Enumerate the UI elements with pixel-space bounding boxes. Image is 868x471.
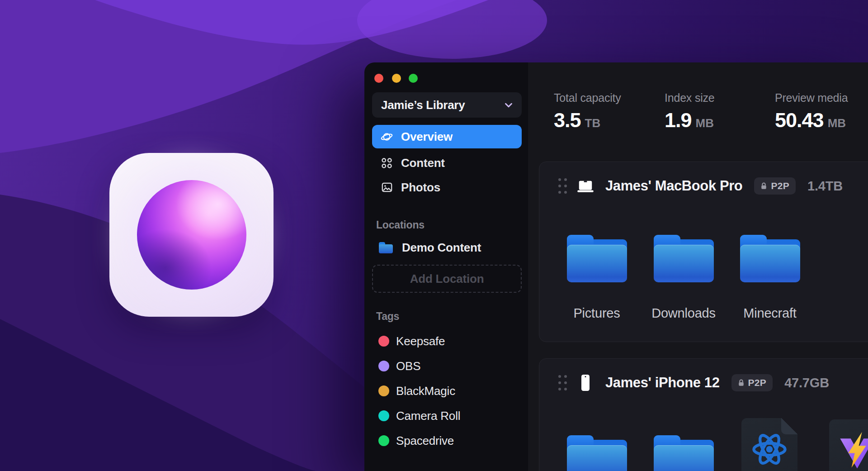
library-name: Jamie’s Library: [381, 98, 503, 112]
vite-logo-icon: [838, 431, 868, 470]
folder-icon: [379, 242, 393, 253]
tag-label: OBS: [396, 359, 420, 373]
p2p-badge: P2P: [731, 374, 773, 391]
sidebar-item-content[interactable]: Content: [372, 151, 522, 175]
folder-icon[interactable]: [654, 435, 714, 471]
react-file-icon[interactable]: [741, 418, 797, 471]
stat-unit: TB: [585, 116, 601, 130]
zoom-button[interactable]: [409, 74, 418, 83]
device-capacity: 1.4TB: [807, 179, 843, 194]
sidebar-item-photos[interactable]: Photos: [372, 176, 522, 199]
folder-label: Pictures: [552, 306, 642, 321]
folder-icon[interactable]: [567, 235, 627, 282]
sidebar-tag-keepsafe[interactable]: Keepsafe: [364, 330, 528, 352]
lock-icon: [738, 379, 745, 387]
drag-handle-icon[interactable]: [558, 178, 567, 194]
tags-header: Tags: [376, 310, 399, 323]
sidebar: Jamie’s Library Overview: [364, 62, 528, 471]
lock-icon: [760, 182, 767, 190]
locations-header: Locations: [376, 219, 425, 231]
sidebar-tag-blackmagic[interactable]: BlackMagic: [364, 380, 528, 402]
folder-label: Downloads: [638, 306, 729, 321]
stat-unit: MB: [828, 116, 846, 130]
sidebar-item-label: Overview: [401, 130, 453, 144]
tag-color-dot: [378, 361, 389, 371]
tag-label: BlackMagic: [396, 384, 455, 398]
p2p-badge-label: P2P: [771, 181, 789, 191]
p2p-badge: P2P: [754, 177, 796, 195]
tag-label: Camera Roll: [396, 409, 460, 423]
device-name: James' iPhone 12: [605, 375, 720, 391]
laptop-icon: [576, 176, 594, 196]
minimize-button[interactable]: [392, 74, 401, 83]
folder-label: Minecraft: [725, 306, 815, 321]
drag-handle-icon[interactable]: [558, 375, 567, 390]
tag-label: Keepsafe: [396, 334, 445, 348]
desktop: Jamie’s Library Overview: [0, 0, 868, 471]
library-selector[interactable]: Jamie’s Library: [372, 92, 522, 118]
device-card-header: James' iPhone 12 P2P 47.7GB: [539, 359, 868, 407]
tag-color-dot: [378, 336, 389, 347]
stat-unit: MB: [696, 116, 714, 130]
grid-circles-icon: [381, 157, 393, 169]
close-button[interactable]: [374, 74, 383, 83]
planet-icon: [381, 131, 393, 143]
sidebar-location-demo-content[interactable]: Demo Content: [372, 236, 522, 259]
stat-preview-media: Preview media 50.43 MB: [775, 91, 848, 130]
tag-color-dot: [378, 435, 389, 446]
folder-icon[interactable]: [654, 235, 714, 282]
add-location-button[interactable]: Add Location: [372, 265, 522, 293]
stat-value: 1.9: [665, 110, 692, 130]
device-card-iphone: James' iPhone 12 P2P 47.7GB: [539, 358, 868, 471]
phone-icon: [576, 373, 594, 393]
stat-value: 3.5: [554, 110, 581, 130]
stat-label: Total capacity: [554, 91, 621, 105]
sidebar-tag-spacedrive[interactable]: Spacedrive: [364, 429, 528, 452]
sidebar-item-label: Content: [401, 156, 445, 170]
folder-icon[interactable]: [567, 435, 627, 471]
device-card-macbook: James' MacBook Pro P2P 1.4TB: [539, 162, 868, 342]
react-logo-icon: [750, 431, 788, 468]
tag-label: Spacedrive: [396, 434, 454, 448]
sidebar-tag-obs[interactable]: OBS: [364, 355, 528, 377]
spacedrive-sphere-logo: [137, 180, 246, 290]
stat-total-capacity: Total capacity 3.5 TB: [554, 91, 621, 130]
chevron-down-icon: [503, 99, 514, 111]
stat-index-size: Index size 1.9 MB: [665, 91, 715, 130]
device-card-header: James' MacBook Pro P2P 1.4TB: [539, 162, 868, 210]
device-name: James' MacBook Pro: [605, 178, 742, 194]
tag-color-dot: [378, 410, 389, 421]
folder-icon[interactable]: [740, 235, 800, 282]
p2p-badge-label: P2P: [748, 377, 767, 388]
main-content: Total capacity 3.5 TB Index size 1.9 MB …: [528, 62, 868, 471]
sidebar-item-overview[interactable]: Overview: [372, 125, 522, 148]
spacedrive-window: Jamie’s Library Overview: [364, 62, 868, 471]
stat-value: 50.43: [775, 110, 824, 130]
stat-label: Index size: [665, 91, 715, 105]
device-capacity: 47.7GB: [784, 376, 829, 390]
spacedrive-app-icon[interactable]: [109, 153, 274, 317]
location-label: Demo Content: [402, 241, 481, 255]
sidebar-tag-camera-roll[interactable]: Camera Roll: [364, 404, 528, 427]
sidebar-item-label: Photos: [401, 181, 440, 195]
image-icon: [381, 181, 393, 194]
tag-color-dot: [378, 385, 389, 396]
vite-file-icon[interactable]: [829, 419, 868, 471]
stat-label: Preview media: [775, 91, 848, 105]
